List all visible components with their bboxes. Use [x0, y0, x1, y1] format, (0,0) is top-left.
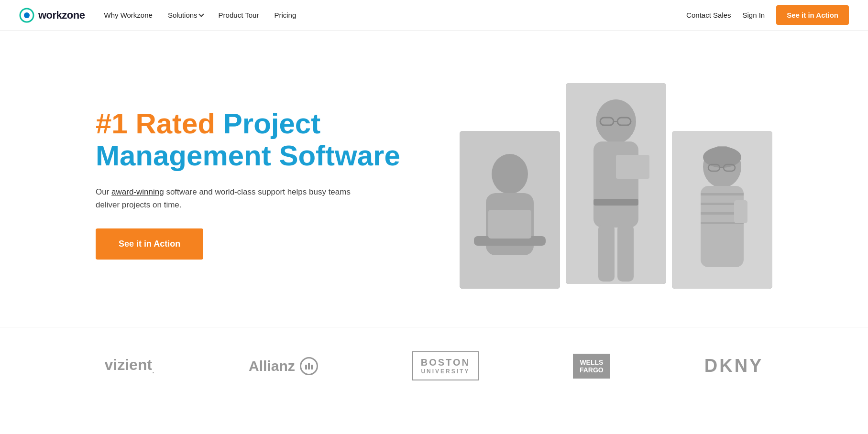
hero-content: #1 Rated Project Management Software Our… — [96, 108, 421, 260]
hero-desc-before: Our — [96, 187, 111, 196]
logo-dkny: DKNY — [704, 356, 764, 376]
hero-images — [421, 69, 772, 298]
svg-rect-16 — [617, 224, 634, 282]
wells-fargo-line-1: WELLS — [580, 358, 604, 366]
svg-rect-12 — [593, 141, 638, 228]
award-winning-link[interactable]: award-winning — [111, 187, 164, 196]
svg-rect-14 — [616, 155, 649, 179]
svg-point-3 — [492, 154, 528, 194]
logo-wells-fargo: WELLS FARGO — [573, 354, 610, 379]
boston-top-text: BOSTON — [421, 357, 470, 368]
nav-cta-button[interactable]: See it in Action — [776, 5, 849, 25]
hero-person-2 — [566, 83, 666, 284]
allianz-bar-2 — [308, 363, 310, 369]
logo-allianz: Allianz — [249, 357, 318, 375]
navbar: workzone Why Workzone Solutions Product … — [0, 0, 868, 31]
svg-rect-23 — [701, 186, 744, 267]
hero-person-1 — [460, 131, 560, 289]
svg-rect-28 — [734, 200, 747, 223]
svg-point-1 — [24, 12, 30, 18]
hero-person-3 — [672, 131, 772, 289]
hero-image-3 — [672, 131, 772, 289]
svg-point-19 — [703, 147, 741, 168]
hero-description: Our award-winning software and world-cla… — [96, 185, 363, 211]
nav-link-why-workzone[interactable]: Why Workzone — [104, 11, 152, 19]
nav-link-pricing[interactable]: Pricing — [274, 11, 296, 19]
svg-rect-6 — [488, 210, 531, 239]
hero-title-highlight: #1 Rated — [96, 108, 215, 140]
nav-link-solutions[interactable]: Solutions — [168, 11, 203, 19]
dkny-text: DKNY — [704, 356, 764, 376]
person-silhouette-1 — [460, 131, 560, 289]
hero-image-2 — [566, 83, 666, 284]
hero-section: #1 Rated Project Management Software Our… — [0, 31, 868, 327]
workzone-logo-icon — [19, 8, 34, 23]
wells-fargo-box: WELLS FARGO — [573, 354, 610, 379]
svg-rect-24 — [701, 193, 744, 195]
logos-section: vizient. Allianz BOSTON UNIVERSITY W — [0, 327, 868, 404]
allianz-bar-3 — [311, 365, 313, 369]
boston-bottom-text: UNIVERSITY — [421, 368, 470, 375]
wells-fargo-line-2: FARGO — [580, 366, 604, 374]
svg-rect-13 — [593, 199, 638, 206]
vizient-text: vizient. — [105, 356, 155, 376]
hero-title: #1 Rated Project Management Software — [96, 108, 421, 172]
hero-image-1 — [460, 131, 560, 289]
svg-rect-15 — [598, 224, 615, 282]
logo-text: workzone — [38, 9, 85, 22]
hero-cta-button[interactable]: See it in Action — [96, 228, 203, 260]
logo-link[interactable]: workzone — [19, 8, 85, 23]
logo-vizient: vizient. — [105, 356, 155, 376]
allianz-bar-1 — [305, 365, 307, 369]
nav-links: Why Workzone Solutions Product Tour Pric… — [104, 11, 686, 19]
contact-sales-link[interactable]: Contact Sales — [686, 11, 731, 19]
boston-university-box: BOSTON UNIVERSITY — [412, 351, 479, 380]
person-silhouette-3 — [672, 131, 772, 289]
allianz-text: Allianz — [249, 358, 295, 374]
logos-row: vizient. Allianz BOSTON UNIVERSITY W — [57, 351, 811, 380]
nav-right: Contact Sales Sign In See it in Action — [686, 5, 849, 25]
person-silhouette-2 — [566, 83, 666, 284]
sign-in-link[interactable]: Sign In — [743, 11, 765, 19]
logo-boston-university: BOSTON UNIVERSITY — [412, 351, 479, 380]
allianz-bars-icon — [305, 363, 313, 369]
chevron-down-icon — [198, 11, 204, 17]
allianz-circle-icon — [300, 357, 318, 375]
nav-link-product-tour[interactable]: Product Tour — [219, 11, 259, 19]
